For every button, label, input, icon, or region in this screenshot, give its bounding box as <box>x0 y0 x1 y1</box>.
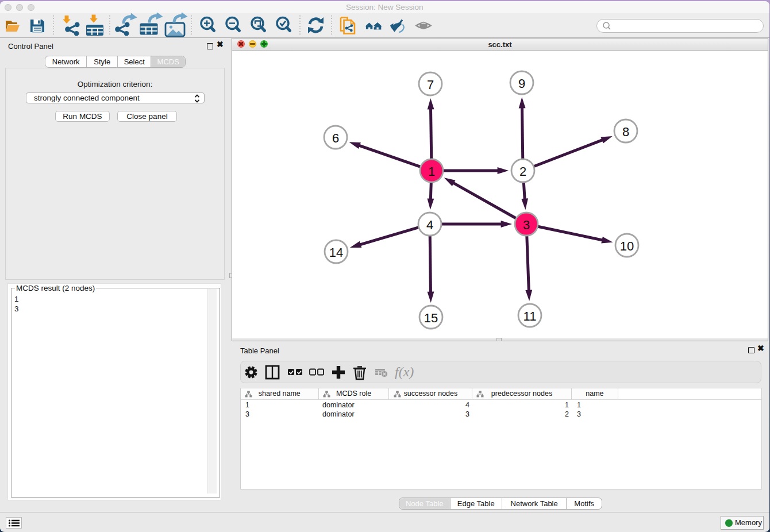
svg-text:15: 15 <box>424 311 438 325</box>
svg-text:9: 9 <box>518 76 525 91</box>
svg-text:14: 14 <box>329 245 343 260</box>
svg-text:f(x): f(x) <box>395 364 414 379</box>
svg-text:10: 10 <box>620 239 634 253</box>
svg-text:2: 2 <box>519 164 526 179</box>
svg-text:11: 11 <box>523 309 537 323</box>
svg-text:6: 6 <box>332 131 339 145</box>
svg-text:7: 7 <box>427 78 434 92</box>
svg-text:8: 8 <box>622 125 629 139</box>
svg-text:3: 3 <box>523 218 530 232</box>
svg-text:4: 4 <box>426 218 433 232</box>
svg-text:1: 1 <box>428 164 435 179</box>
